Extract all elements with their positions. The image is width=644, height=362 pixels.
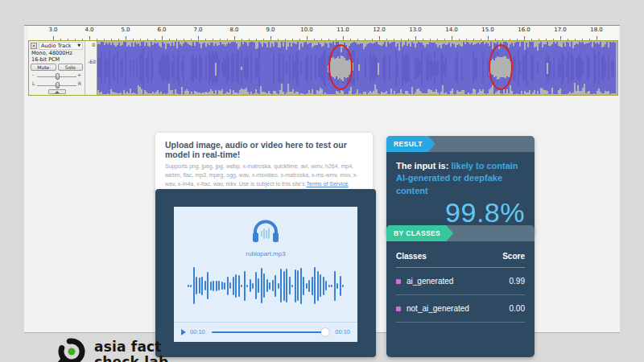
pan-slider[interactable]: L R bbox=[32, 80, 81, 88]
ruler-minor-tick bbox=[133, 39, 134, 40]
play-button[interactable] bbox=[181, 329, 186, 335]
collapse-track-button[interactable] bbox=[48, 89, 66, 94]
audio-bar bbox=[229, 282, 231, 289]
audio-bar bbox=[334, 271, 336, 301]
ruler-minor-tick bbox=[546, 39, 547, 40]
audio-bar bbox=[300, 268, 302, 304]
ruler-label: 16.0 bbox=[518, 27, 530, 33]
audio-bar bbox=[283, 271, 285, 301]
ruler-minor-tick bbox=[205, 39, 206, 40]
ruler-minor-tick bbox=[234, 39, 235, 40]
audio-bar bbox=[320, 274, 321, 297]
ruler-minor-tick bbox=[473, 39, 474, 40]
audio-bar bbox=[258, 278, 259, 293]
ruler-minor-tick bbox=[278, 39, 279, 40]
result-badge: RESULT bbox=[386, 136, 436, 152]
logo-line2: check lab bbox=[94, 355, 168, 362]
ruler-label: 14.0 bbox=[445, 27, 458, 33]
audio-bar bbox=[328, 285, 330, 287]
ruler-minor-tick bbox=[227, 39, 228, 40]
verdict-text: The input is: likely to contain AI-gener… bbox=[396, 160, 525, 197]
ruler-label: 11.0 bbox=[336, 27, 349, 33]
ruler-minor-tick bbox=[502, 39, 503, 40]
pan-slider-thumb[interactable] bbox=[56, 82, 60, 88]
ruler-minor-tick bbox=[256, 39, 257, 40]
annotation-circle-1 bbox=[328, 44, 353, 90]
audio-bar bbox=[291, 285, 293, 287]
track-control-panel: × Audio Track ▼ Mono, 48000Hz 16-bit PCM… bbox=[29, 41, 85, 95]
terms-of-service-link[interactable]: Terms of Service bbox=[306, 181, 348, 187]
total-time: 00:10 bbox=[335, 328, 350, 335]
close-track-icon[interactable]: × bbox=[31, 43, 37, 49]
ruler-minor-tick bbox=[89, 39, 90, 40]
ruler-minor-tick bbox=[97, 39, 97, 40]
audio-bar bbox=[272, 280, 274, 291]
ruler-minor-tick bbox=[307, 39, 308, 40]
ruler-minor-tick bbox=[531, 39, 532, 40]
ruler-label: 9.0 bbox=[266, 27, 275, 33]
by-classes-badge: BY CLASSES bbox=[386, 225, 453, 241]
track-title-dropdown[interactable]: Audio Track ▼ bbox=[39, 42, 83, 50]
audio-bar bbox=[210, 282, 212, 290]
waveform-display bbox=[97, 41, 617, 95]
audio-bar bbox=[207, 272, 208, 299]
result-header: RESULT bbox=[386, 136, 535, 152]
waveform-graphic bbox=[97, 41, 617, 95]
audio-player-inner: rubiopart.mp3 00:10 00:10 bbox=[174, 207, 357, 342]
audio-player-card: rubiopart.mp3 00:10 00:10 bbox=[155, 189, 376, 357]
ruler-minor-tick bbox=[430, 39, 431, 40]
verdict-prefix: The input is: bbox=[396, 161, 451, 171]
ruler-minor-tick bbox=[162, 39, 163, 40]
ruler-label: 12.0 bbox=[373, 27, 386, 33]
audio-bar bbox=[250, 279, 251, 292]
ruler-label: 8.0 bbox=[229, 27, 238, 33]
ruler-minor-tick bbox=[582, 39, 583, 40]
ruler-minor-tick bbox=[198, 39, 199, 40]
ruler-minor-tick bbox=[53, 39, 54, 40]
classes-table-header: Classes Score bbox=[396, 246, 525, 268]
current-time: 00:10 bbox=[190, 328, 205, 335]
ruler-minor-tick bbox=[415, 39, 416, 40]
ruler-minor-tick bbox=[220, 39, 221, 40]
ruler-minor-tick bbox=[292, 39, 293, 40]
audio-bar bbox=[190, 285, 192, 287]
seek-knob[interactable] bbox=[321, 328, 329, 336]
ruler-minor-tick bbox=[510, 39, 510, 40]
audio-bar bbox=[263, 274, 265, 298]
audio-bar bbox=[244, 271, 246, 301]
class-label: not_ai_generated bbox=[407, 304, 469, 313]
ruler-label: 4.0 bbox=[85, 27, 93, 33]
audio-bar bbox=[297, 270, 299, 301]
ruler-minor-tick bbox=[328, 39, 329, 40]
mute-button[interactable]: Mute bbox=[31, 64, 56, 71]
ruler-minor-tick bbox=[147, 39, 148, 40]
confidence-percentage: 99.8% bbox=[396, 197, 525, 228]
audio-bar bbox=[266, 279, 268, 292]
ruler-minor-tick bbox=[372, 39, 373, 40]
ruler-minor-tick bbox=[118, 39, 119, 40]
ruler-minor-tick bbox=[394, 39, 394, 40]
solo-button[interactable]: Solo bbox=[58, 64, 84, 71]
gain-slider[interactable]: - + bbox=[32, 72, 81, 80]
timeline-ruler: 3.04.05.06.07.08.09.010.011.012.013.014.… bbox=[28, 26, 618, 40]
audio-bar bbox=[227, 277, 229, 295]
ruler-minor-tick bbox=[401, 39, 402, 40]
page-canvas: 3.04.05.06.07.08.09.010.011.012.013.014.… bbox=[24, 25, 620, 333]
classes-table-rows: ai_generated0.99not_ai_generated0.00 bbox=[396, 268, 525, 323]
class-score: 0.99 bbox=[510, 277, 525, 286]
audio-bar bbox=[295, 269, 296, 302]
audio-bar bbox=[312, 277, 313, 295]
ruler-minor-tick bbox=[386, 39, 387, 40]
ruler-minor-tick bbox=[452, 39, 452, 40]
seek-bar[interactable] bbox=[212, 331, 328, 333]
gain-slider-thumb[interactable] bbox=[56, 73, 60, 80]
audio-bar bbox=[246, 285, 248, 287]
logo-line1: asia fact bbox=[94, 339, 168, 355]
audio-bar bbox=[317, 271, 319, 301]
audio-track: × Audio Track ▼ Mono, 48000Hz 16-bit PCM… bbox=[28, 40, 618, 96]
ruler-minor-tick bbox=[560, 39, 561, 40]
ruler-minor-tick bbox=[524, 39, 525, 40]
ruler-minor-tick bbox=[459, 39, 460, 40]
ruler-minor-tick bbox=[539, 39, 539, 40]
audio-bar bbox=[306, 283, 308, 289]
